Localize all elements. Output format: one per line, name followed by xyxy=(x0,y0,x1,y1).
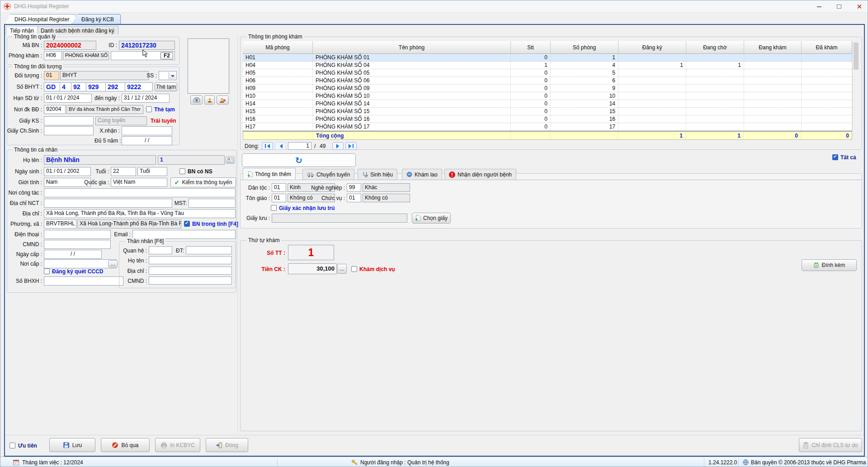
bn-co-ns-checkbox[interactable] xyxy=(179,168,185,174)
remove-photo-button[interactable] xyxy=(217,95,229,105)
dang-ky-cccd-checkbox[interactable] xyxy=(44,268,50,274)
column-header[interactable]: Đăng ký xyxy=(618,41,686,54)
noi-cap-browse-button[interactable]: ... xyxy=(108,260,118,267)
id-field[interactable]: 2412017230 xyxy=(119,41,175,50)
phong-kham-code-field[interactable]: H06 xyxy=(44,51,62,60)
table-row[interactable]: H05PHÒNG KHÁM SỐ 0505 xyxy=(243,69,852,77)
close-button[interactable] xyxy=(849,0,868,13)
than-nhan-dt-field[interactable] xyxy=(186,246,232,254)
ngay-cap-combo[interactable]: / / xyxy=(44,250,102,259)
dan-toc-code-field[interactable]: 01 xyxy=(272,183,286,192)
bhyt-seg-field[interactable]: 92 xyxy=(71,82,86,91)
tab-chuyen-tuyen[interactable]: Chuyển tuyến xyxy=(302,169,354,180)
maximize-button[interactable] xyxy=(830,0,849,13)
tat-ca-checkbox[interactable] xyxy=(832,154,838,160)
bo-qua-button[interactable]: Bỏ qua xyxy=(101,438,150,452)
noi-cong-tac-field[interactable] xyxy=(44,188,236,197)
kham-dich-vu-checkbox[interactable] xyxy=(351,266,357,272)
dong-button[interactable]: Đóng xyxy=(206,438,248,452)
giay-luu-field[interactable] xyxy=(272,214,407,223)
column-header[interactable]: Đang khám xyxy=(744,41,802,54)
than-nhan-dia-chi-field[interactable] xyxy=(149,267,232,275)
chevron-down-icon[interactable] xyxy=(169,72,176,79)
bhyt-seg-field[interactable]: 9222 xyxy=(125,82,153,91)
table-row[interactable]: H09PHÒNG KHÁM SỐ 0909 xyxy=(243,85,852,92)
tuoi-stepper[interactable]: 22 xyxy=(111,167,136,176)
uu-tien-checkbox[interactable] xyxy=(9,443,15,448)
table-row[interactable]: H14PHÒNG KHÁM SỐ 14014 xyxy=(243,100,852,108)
ma-bn-field[interactable]: 2024000002 xyxy=(44,41,96,50)
capture-photo-button[interactable] xyxy=(190,95,203,105)
refresh-button[interactable]: ↻ xyxy=(242,153,356,167)
table-row[interactable]: H06PHÒNG KHÁM SỐ 0606 xyxy=(243,77,852,85)
ss-combo[interactable] xyxy=(159,71,177,80)
table-row[interactable]: H15PHÒNG KHÁM SỐ 15015 xyxy=(243,108,852,115)
bhyt-seg-field[interactable]: 929 xyxy=(86,82,106,91)
table-scrollbar[interactable] xyxy=(852,41,859,131)
giay-xac-nhan-checkbox[interactable] xyxy=(271,205,277,211)
bhyt-seg-field[interactable]: 292 xyxy=(105,82,125,91)
so-bhxh-field[interactable] xyxy=(44,276,123,286)
column-header[interactable]: Stt xyxy=(511,41,551,54)
tien-ck-browse-button[interactable]: ... xyxy=(337,264,347,274)
tab-dhg-hospital-register[interactable]: DHG.Hospital Register xyxy=(5,14,76,24)
quan-he-field[interactable] xyxy=(149,246,172,254)
than-nhan-ho-ten-field[interactable] xyxy=(149,256,232,264)
tab-nhan-dien-nguoi-benh[interactable]: Nhận diện người bệnh xyxy=(444,169,516,180)
giay-chsinh-field[interactable] xyxy=(44,126,94,135)
x-nhan-field[interactable] xyxy=(122,126,172,135)
chuc-vu-code-field[interactable]: 01 xyxy=(347,194,361,202)
doi-tuong-code-field[interactable]: 01 xyxy=(44,71,59,80)
doi-tuong-name-field[interactable]: BHYT xyxy=(60,71,149,80)
bhyt-seg-field[interactable]: 4 xyxy=(60,82,71,91)
column-header[interactable]: Đã khám xyxy=(802,41,852,54)
tuyen-combo[interactable]: Cùng tuyến xyxy=(95,116,147,125)
tuoi-unit-combo[interactable]: Tuổi xyxy=(137,167,167,176)
column-header[interactable]: Mã phòng xyxy=(243,41,313,54)
dinh-kem-button[interactable]: Đính kèm xyxy=(802,259,857,271)
than-nhan-cmnd-field[interactable] xyxy=(149,276,232,285)
f2-key-button[interactable]: F2 xyxy=(160,52,173,59)
table-row[interactable]: H01PHÒNG KHÁM SỐ 0101 xyxy=(243,54,852,62)
table-row[interactable]: H10PHÒNG KHÁM SỐ 10010 xyxy=(243,92,852,100)
dien-thoai-field[interactable] xyxy=(44,230,111,239)
tab-kham-lao[interactable]: Khám lao xyxy=(402,169,442,180)
chi-dinh-cls-button[interactable]: Chỉ định CLS tự do xyxy=(799,438,862,452)
scrollbar-thumb[interactable] xyxy=(854,43,859,70)
tab-thong-tin-them[interactable]: Thông tin thêm xyxy=(243,168,296,180)
column-header[interactable]: Số phòng xyxy=(551,41,618,54)
pager-prev-button[interactable] xyxy=(275,142,286,150)
ho-ten-field[interactable]: Bệnh Nhân xyxy=(44,155,156,165)
column-header[interactable]: Đang chờ xyxy=(686,41,744,54)
bn-trong-tinh-checkbox[interactable] xyxy=(184,221,190,227)
pager-last-button[interactable] xyxy=(345,142,357,150)
phong-kham-name-field[interactable]: PHÒNG KHÁM SỐ 06 xyxy=(63,51,109,60)
email-field[interactable] xyxy=(132,230,236,239)
du-5-nam-combo[interactable]: / / xyxy=(122,136,172,145)
han-sd-to-combo[interactable]: 31 / 12 / 2024 xyxy=(122,94,170,103)
nghe-nghiep-name-field[interactable]: Khác xyxy=(363,183,410,192)
the-tam-button[interactable]: Thẻ tạm xyxy=(155,82,177,91)
minimize-button[interactable] xyxy=(810,0,829,13)
phuong-xa-code-field[interactable]: BRVTBRHL xyxy=(44,219,76,229)
phuong-xa-name-field[interactable]: Xã Hoà Long-Thành phố Bà Rịa-Tỉnh Bà Rịa… xyxy=(77,219,181,229)
table-row[interactable]: H17PHÒNG KHÁM SỐ 17017 xyxy=(243,123,852,131)
chuc-vu-name-field[interactable]: Không có xyxy=(363,194,410,202)
column-header[interactable]: Tên phòng xyxy=(313,41,511,54)
the-tam-checkbox[interactable] xyxy=(146,106,152,112)
chon-giay-button[interactable]: Chọn giấy xyxy=(412,213,451,224)
table-row[interactable]: H16PHÒNG KHÁM SỐ 16016 xyxy=(243,115,852,123)
ton-giao-code-field[interactable]: 01 xyxy=(272,194,286,202)
ho-ten-extra-field[interactable]: 1 xyxy=(158,155,225,165)
person-photo-button[interactable] xyxy=(204,95,215,105)
nghe-nghiep-code-field[interactable]: 99 xyxy=(347,183,361,192)
han-sd-from-combo[interactable]: 01 / 01 / 2024 xyxy=(44,94,92,103)
tab-sinh-hieu[interactable]: Sinh hiệu xyxy=(358,169,397,180)
dia-chi-nct-field[interactable] xyxy=(44,199,172,208)
cmnd-field[interactable] xyxy=(44,240,111,249)
dia-chi-field[interactable]: Xã Hoà Long, Thành phố Bà Rịa, Tỉnh Bà R… xyxy=(44,209,236,218)
pager-first-button[interactable] xyxy=(262,142,273,150)
quoc-gia-combo[interactable]: Việt Nam xyxy=(111,178,167,187)
pager-page-input[interactable]: 1 xyxy=(288,142,311,150)
luu-button[interactable]: Lưu xyxy=(49,438,95,452)
